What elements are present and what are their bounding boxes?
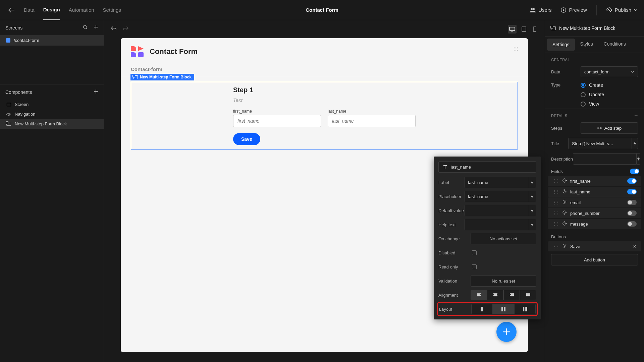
title-input[interactable] xyxy=(568,138,632,149)
preview-button[interactable]: Preview xyxy=(561,7,587,13)
field-item-phone[interactable]: ⋮⋮ phone_number xyxy=(548,208,641,218)
form-block-wrap: New Multi-step Form Block Step 1 Text fi… xyxy=(131,82,518,149)
drag-handle-icon[interactable]: ⋮⋮ xyxy=(552,200,559,205)
redo-icon[interactable] xyxy=(123,26,129,33)
button-item-save[interactable]: ⋮⋮ Save ✕ xyxy=(548,241,641,251)
add-screen-icon[interactable] xyxy=(94,25,98,31)
tab-settings[interactable]: Settings xyxy=(103,0,121,20)
component-navigation[interactable]: Navigation xyxy=(0,109,104,119)
tab-data[interactable]: Data xyxy=(24,0,35,20)
align-justify-button[interactable] xyxy=(520,290,536,300)
field-item-message[interactable]: ⋮⋮ message xyxy=(548,219,641,229)
components-label: Components xyxy=(5,89,32,95)
bolt-icon[interactable] xyxy=(528,177,536,188)
form-block-icon xyxy=(133,75,138,79)
drag-handle-icon[interactable]: ⋮⋮ xyxy=(552,189,559,194)
popup-layout-row: Layout xyxy=(438,303,536,315)
popup-help-input[interactable] xyxy=(465,219,528,230)
layout-3col-button[interactable] xyxy=(514,304,536,314)
drag-handle-icon[interactable] xyxy=(514,47,518,51)
fields-master-toggle[interactable] xyxy=(630,169,639,174)
gear-icon[interactable] xyxy=(562,189,567,194)
description-input[interactable] xyxy=(573,153,637,165)
svg-point-24 xyxy=(564,201,566,203)
svg-point-10 xyxy=(8,114,9,115)
tab-conditions-panel[interactable]: Conditions xyxy=(598,37,631,53)
last-name-input[interactable] xyxy=(328,115,416,127)
field-toggle[interactable] xyxy=(627,210,637,216)
back-icon[interactable] xyxy=(8,7,14,13)
layout-1col-button[interactable] xyxy=(471,304,493,314)
popup-onchange-button[interactable]: No actions set xyxy=(471,233,536,244)
popup-validation-button[interactable]: No rules set xyxy=(471,275,536,287)
block-selection-tag[interactable]: New Multi-step Form Block xyxy=(130,74,194,80)
gear-icon[interactable] xyxy=(562,178,567,184)
gear-icon[interactable] xyxy=(562,244,567,249)
svg-point-19 xyxy=(597,127,599,129)
publish-button[interactable]: Publish xyxy=(606,7,637,13)
tab-settings-panel[interactable]: Settings xyxy=(547,39,575,51)
desktop-view-icon[interactable] xyxy=(508,25,517,34)
align-right-button[interactable] xyxy=(503,290,520,300)
data-select[interactable]: contact_form xyxy=(581,66,638,77)
topbar-right: Users Preview Publish xyxy=(530,5,637,15)
tab-automation[interactable]: Automation xyxy=(69,0,94,20)
component-form-block[interactable]: New Multi-step Form Block xyxy=(0,119,104,129)
bolt-icon[interactable] xyxy=(528,219,536,230)
drag-handle-icon[interactable]: ⋮⋮ xyxy=(552,179,559,183)
bolt-icon[interactable] xyxy=(528,205,536,216)
radio-update[interactable]: Update xyxy=(581,92,604,97)
drag-handle-icon[interactable]: ⋮⋮ xyxy=(552,222,559,226)
add-step-button[interactable]: Add step xyxy=(581,122,638,134)
add-button-button[interactable]: Add button xyxy=(551,254,638,265)
drag-handle-icon[interactable]: ⋮⋮ xyxy=(552,211,559,216)
layout-2col-button[interactable] xyxy=(493,304,514,314)
add-fab-button[interactable] xyxy=(496,322,517,342)
popup-label-input[interactable] xyxy=(465,177,528,188)
svg-point-25 xyxy=(564,212,566,214)
field-toggle[interactable] xyxy=(627,221,637,227)
field-toggle[interactable] xyxy=(627,178,637,184)
popup-disabled-checkbox[interactable] xyxy=(472,250,477,255)
component-label: New Multi-step Form Block xyxy=(15,121,67,126)
popup-placeholder-input[interactable] xyxy=(465,191,528,202)
popup-default-input[interactable] xyxy=(465,205,528,216)
radio-view[interactable]: View xyxy=(581,101,604,107)
field-item-last-name[interactable]: ⋮⋮ last_name xyxy=(548,187,641,197)
align-left-button[interactable] xyxy=(471,290,487,300)
component-screen[interactable]: Screen xyxy=(0,100,104,109)
field-toggle[interactable] xyxy=(627,189,637,194)
tablet-view-icon[interactable] xyxy=(521,26,527,32)
popup-disabled-row: Disabled xyxy=(438,247,536,258)
bolt-icon[interactable] xyxy=(637,153,640,165)
field-first-name[interactable]: first_name xyxy=(233,109,321,127)
field-toggle[interactable] xyxy=(627,200,637,205)
tab-design[interactable]: Design xyxy=(43,0,60,20)
tab-styles-panel[interactable]: Styles xyxy=(575,37,598,53)
field-item-email[interactable]: ⋮⋮ email xyxy=(548,197,641,207)
align-center-button[interactable] xyxy=(487,290,503,300)
gear-icon[interactable] xyxy=(562,210,567,216)
bolt-icon[interactable] xyxy=(632,138,638,149)
radio-create[interactable]: Create xyxy=(581,82,604,88)
field-item-first-name[interactable]: ⋮⋮ first_name xyxy=(548,176,641,186)
gear-icon[interactable] xyxy=(562,221,567,227)
screen-item-contact-form[interactable]: /contact-form xyxy=(0,35,104,46)
add-component-icon[interactable] xyxy=(94,89,98,95)
text-field-icon xyxy=(443,165,447,169)
first-name-input[interactable] xyxy=(233,115,321,127)
mobile-view-icon[interactable] xyxy=(531,26,538,32)
drag-handle-icon[interactable]: ⋮⋮ xyxy=(552,244,559,249)
popup-row-label: Default value xyxy=(438,208,465,213)
bolt-icon[interactable] xyxy=(528,191,536,202)
popup-help-row: Help text xyxy=(438,219,536,230)
search-icon[interactable] xyxy=(83,25,88,31)
form-block[interactable]: Step 1 Text first_name last_name xyxy=(131,82,518,149)
popup-readonly-checkbox[interactable] xyxy=(472,264,477,269)
save-button[interactable]: Save xyxy=(233,133,260,145)
remove-button-icon[interactable]: ✕ xyxy=(633,244,637,249)
undo-icon[interactable] xyxy=(111,26,117,33)
gear-icon[interactable] xyxy=(562,200,567,205)
field-last-name[interactable]: last_name xyxy=(328,109,416,127)
users-button[interactable]: Users xyxy=(530,7,551,13)
